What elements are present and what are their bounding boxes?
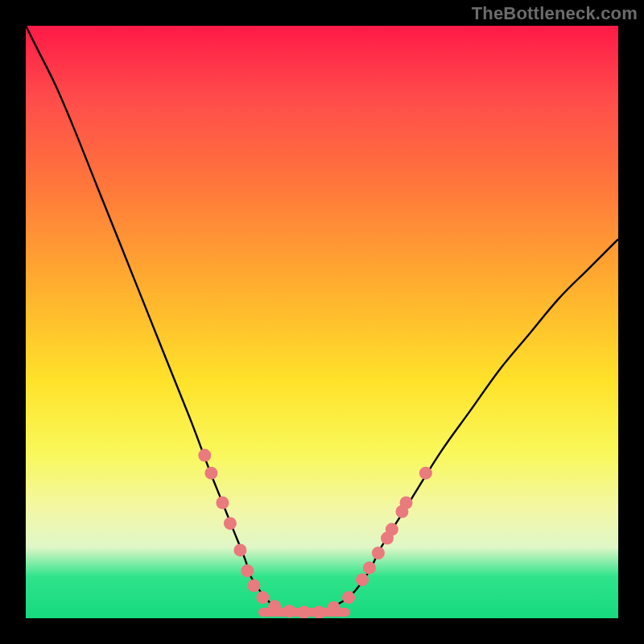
data-marker — [198, 449, 211, 462]
data-marker — [372, 547, 385, 559]
watermark-label: TheBottleneck.com — [472, 3, 638, 24]
data-marker — [356, 573, 369, 586]
data-marker — [386, 523, 398, 536]
data-marker — [419, 467, 432, 480]
data-marker — [283, 605, 296, 617]
data-marker — [298, 606, 311, 618]
data-marker — [328, 601, 341, 614]
chart-svg — [26, 26, 618, 618]
data-marker — [247, 580, 260, 592]
data-marker — [256, 591, 269, 604]
plot-area — [26, 26, 618, 618]
data-marker — [363, 561, 376, 574]
data-marker — [342, 591, 355, 604]
marker-group — [198, 449, 432, 618]
data-marker — [312, 606, 325, 618]
data-marker — [268, 600, 281, 613]
chart-frame: TheBottleneck.com — [0, 0, 644, 644]
data-marker — [233, 543, 246, 556]
bottleneck-curve — [26, 26, 618, 613]
data-marker — [216, 497, 229, 510]
data-marker — [204, 467, 217, 480]
data-marker — [241, 564, 254, 577]
data-marker — [400, 497, 413, 510]
data-marker — [224, 517, 237, 530]
